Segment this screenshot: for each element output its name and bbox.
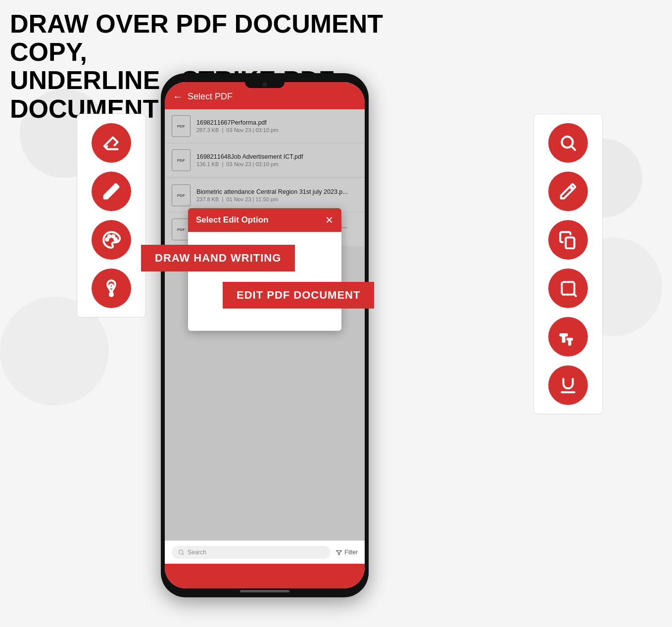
filter-icon [336, 549, 342, 556]
bottom-bar: Search Filter [165, 540, 365, 564]
phone-frame: ← Select PDF PDF 1698211667Performa.pdf … [161, 73, 369, 597]
search-icon[interactable] [548, 123, 588, 163]
phone-screen: ← Select PDF PDF 1698211667Performa.pdf … [165, 82, 365, 588]
dialog-overlay: Select Edit Option ✕ [165, 109, 365, 540]
left-panel [77, 114, 146, 317]
text-size-icon[interactable]: T T [548, 317, 588, 357]
back-button[interactable]: ← [173, 91, 183, 102]
svg-line-6 [574, 294, 576, 296]
dialog-title: Select Edit Option [196, 215, 268, 225]
copy-icon[interactable] [548, 220, 588, 260]
svg-rect-4 [566, 237, 574, 248]
selection-icon[interactable] [548, 269, 588, 308]
dialog-header: Select Edit Option ✕ [188, 208, 341, 232]
phone-red-bar [165, 564, 365, 588]
eraser-icon[interactable] [92, 123, 131, 163]
pen-icon[interactable] [548, 172, 588, 211]
phone-camera [262, 82, 267, 87]
dialog-close-button[interactable]: ✕ [325, 215, 334, 225]
phone-home-bar [240, 590, 289, 592]
svg-line-11 [183, 554, 184, 555]
svg-line-3 [572, 146, 575, 150]
underline-icon[interactable] [548, 365, 588, 405]
svg-rect-1 [110, 291, 112, 294]
svg-text:T: T [567, 338, 572, 346]
callout-edit-pdf[interactable]: EDIT PDF DOCUMENT [223, 282, 374, 309]
search-placeholder: Search [188, 549, 206, 556]
pdf-list: PDF 1698211667Performa.pdf 287.3 KB | 03… [165, 109, 365, 540]
palette-icon[interactable] [92, 220, 131, 260]
app-bar-title: Select PDF [188, 91, 233, 102]
svg-point-10 [179, 550, 183, 554]
dropper-icon[interactable] [92, 269, 131, 308]
pencil-icon[interactable] [92, 172, 131, 211]
right-panel: T T [533, 114, 603, 414]
svg-rect-5 [562, 282, 574, 294]
search-box[interactable]: Search [172, 546, 331, 559]
callout-draw-handwriting[interactable]: DRAW HAND WRITING [141, 245, 295, 271]
filter-label: Filter [344, 549, 358, 556]
svg-marker-12 [336, 551, 342, 555]
svg-text:T: T [560, 332, 567, 344]
search-icon-bottom [178, 549, 185, 556]
filter-button[interactable]: Filter [336, 549, 358, 556]
